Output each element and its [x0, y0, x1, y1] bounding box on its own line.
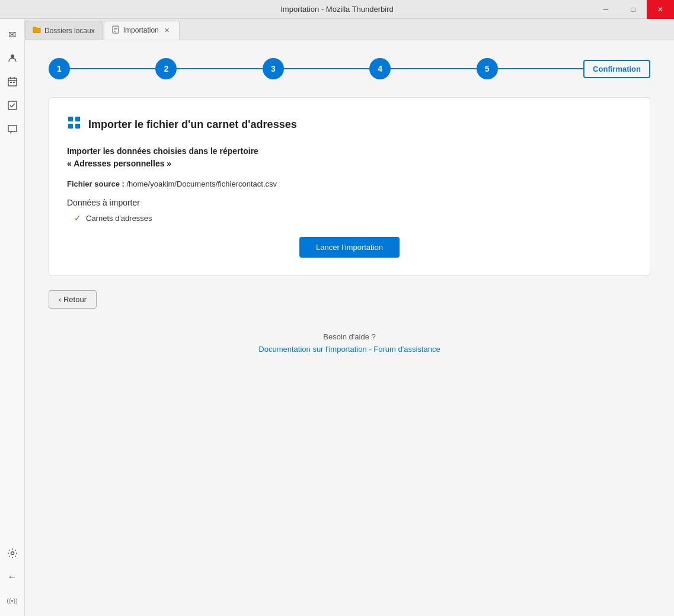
close-button[interactable]: ✕ [647, 0, 674, 19]
help-title: Besoin d'aide ? [49, 332, 650, 341]
svg-rect-16 [75, 124, 80, 129]
sidebar-item-contacts[interactable] [2, 47, 23, 69]
step-1: 1 [49, 58, 70, 79]
documentation-link[interactable]: Documentation sur l'importation [258, 345, 366, 354]
sidebar-item-signal[interactable]: ((•)) [2, 590, 23, 611]
step-3: 3 [263, 58, 284, 79]
tab-importation[interactable]: Importation ✕ [104, 21, 180, 40]
stepper: 1 2 3 4 5 Confirmation [49, 58, 650, 79]
page-content: 1 2 3 4 5 Confirmation [25, 40, 674, 616]
sidebar-item-chat[interactable] [2, 118, 23, 140]
card-title: Importer le fichier d'un carnet d'adress… [88, 118, 297, 131]
data-item-label: Carnets d'adresses [86, 214, 152, 223]
step-2: 2 [155, 58, 177, 79]
help-section: Besoin d'aide ? Documentation sur l'impo… [49, 332, 650, 354]
svg-point-8 [11, 552, 14, 555]
step-line-3-4 [284, 68, 369, 69]
data-item-addressbooks: ✓ Carnets d'adresses [74, 213, 632, 223]
checkmark-icon: ✓ [74, 213, 81, 223]
step-line-5-conf [498, 68, 583, 69]
svg-rect-13 [68, 117, 73, 121]
svg-rect-15 [68, 124, 73, 129]
step-line-4-5 [391, 68, 476, 69]
tab-importation-close[interactable]: ✕ [162, 25, 172, 35]
step-5: 5 [477, 58, 498, 79]
sidebar-item-settings[interactable] [2, 543, 23, 564]
sidebar-item-mail[interactable]: ✉ [2, 24, 23, 45]
content-area: Dossiers locaux Importation ✕ 1 [25, 19, 674, 616]
sidebar-item-tasks[interactable] [2, 95, 23, 116]
maximize-button[interactable]: □ [619, 0, 647, 19]
step-line-2-3 [177, 68, 262, 69]
back-button[interactable]: ‹ Retour [49, 290, 97, 309]
window-title: Importation - Mozilla Thunderbird [280, 5, 394, 14]
sidebar-item-back[interactable]: ← [2, 566, 23, 588]
sidebar: ✉ [0, 19, 25, 616]
source-line: Fichier source : /home/yoakim/Documents/… [67, 179, 632, 188]
import-card: Importer le fichier d'un carnet d'adress… [49, 97, 650, 276]
card-header: Importer le fichier d'un carnet d'adress… [67, 116, 632, 133]
window-controls: ─ □ ✕ [592, 0, 674, 19]
import-subtitle: Importer les données choisies dans le ré… [67, 145, 632, 170]
svg-rect-5 [10, 82, 12, 83]
launch-import-button[interactable]: Lancer l'importation [299, 237, 400, 258]
sidebar-bottom: ← ((•)) [2, 543, 23, 616]
tabbar: Dossiers locaux Importation ✕ [25, 19, 674, 40]
app-body: ✉ [0, 19, 674, 616]
sidebar-item-calendar[interactable] [2, 71, 23, 92]
tab-importation-icon [111, 25, 120, 36]
svg-rect-1 [8, 78, 17, 86]
addressbook-icon [67, 116, 81, 133]
step-4: 4 [369, 58, 391, 79]
tab-importation-label: Importation [123, 26, 159, 34]
tab-local-folders-label: Dossiers locaux [44, 27, 95, 35]
data-section-title: Données à importer [67, 198, 632, 207]
svg-rect-14 [75, 117, 80, 121]
step-line-1-2 [70, 68, 155, 69]
tab-local-folders-icon [33, 25, 41, 36]
help-links[interactable]: Documentation sur l'importation - Forum … [49, 345, 650, 354]
titlebar: Importation - Mozilla Thunderbird ─ □ ✕ [0, 0, 674, 19]
svg-rect-6 [13, 82, 15, 83]
tab-local-folders[interactable]: Dossiers locaux [25, 21, 103, 40]
forum-link[interactable]: Forum d'assistance [373, 345, 440, 354]
source-path: /home/yoakim/Documents/fichiercontact.cs… [126, 179, 277, 188]
minimize-button[interactable]: ─ [592, 0, 619, 19]
step-confirmation: Confirmation [583, 60, 650, 78]
svg-point-0 [11, 54, 14, 58]
